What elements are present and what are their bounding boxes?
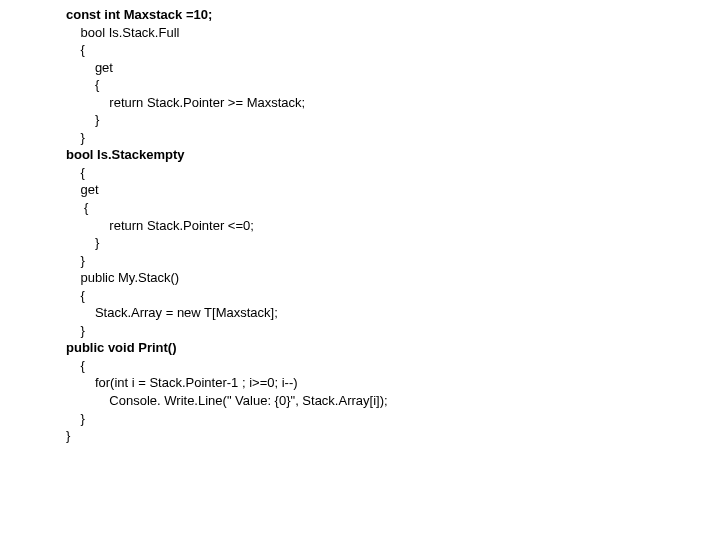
code-line: for(int i = Stack.Pointer-1 ; i>=0; i--) [66,374,720,392]
code-line: { [66,287,720,305]
code-line: } [66,111,720,129]
code-line: bool Is.Stack.Full [66,24,720,42]
code-block: const int Maxstack =10; bool Is.Stack.Fu… [0,0,720,445]
code-line: public void Print() [66,339,720,357]
code-line: const int Maxstack =10; [66,6,720,24]
code-line: } [66,252,720,270]
code-line: bool Is.Stackempty [66,146,720,164]
code-line: { [66,357,720,375]
code-line: } [66,410,720,428]
code-line: get [66,59,720,77]
code-line: } [66,234,720,252]
code-line: } [66,129,720,147]
code-line: { [66,41,720,59]
code-line: { [66,164,720,182]
code-line: } [66,427,720,445]
code-line: Stack.Array = new T[Maxstack]; [66,304,720,322]
code-line: Console. Write.Line(" Value: {0}", Stack… [66,392,720,410]
code-line: get [66,181,720,199]
code-line: return Stack.Pointer <=0; [66,217,720,235]
code-line: { [66,199,720,217]
code-line: { [66,76,720,94]
code-line: return Stack.Pointer >= Maxstack; [66,94,720,112]
code-line: public My.Stack() [66,269,720,287]
code-line: } [66,322,720,340]
